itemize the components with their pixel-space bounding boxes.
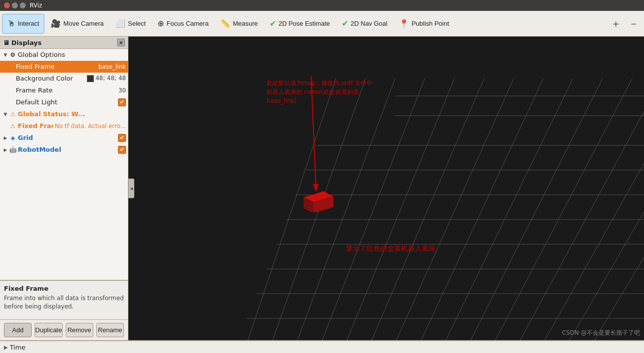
svg-line-7 xyxy=(469,79,603,340)
window-controls[interactable] xyxy=(4,2,26,8)
svg-line-4 xyxy=(395,79,514,340)
add-toolbar-button[interactable]: ＋ xyxy=(607,14,624,33)
displays-icon: 🖥 xyxy=(3,39,9,46)
global-options-label: Global Options xyxy=(18,51,126,58)
time-expand-icon[interactable]: ▶ xyxy=(4,345,8,350)
rename-button[interactable]: Rename xyxy=(96,323,124,337)
description-text: Frame into which all data is transformed… xyxy=(4,294,124,311)
robot-icon: 🤖 xyxy=(9,146,17,154)
grid-checkbox-icon[interactable]: ✔ xyxy=(118,134,126,142)
expand-robot-model-icon[interactable]: ▶ xyxy=(2,146,9,153)
app-title: RViz xyxy=(30,2,42,9)
expand-global-options-icon[interactable]: ▼ xyxy=(2,51,9,58)
frame-rate-value: 30 xyxy=(119,87,126,94)
svg-line-11 xyxy=(568,79,644,340)
move-camera-icon: 🎥 xyxy=(51,19,61,28)
remove-toolbar-button[interactable]: － xyxy=(625,14,642,33)
tree-row-background-color[interactable]: Background Color 48; 48; 48 xyxy=(0,73,128,85)
svg-line-9 xyxy=(519,79,644,340)
robot-box-svg xyxy=(299,187,338,212)
focus-camera-button[interactable]: ⊕ Focus Camera xyxy=(152,14,214,34)
time-bar: ▶ Time xyxy=(0,340,644,353)
nav-goal-button[interactable]: ✔ 2D Nav Goal xyxy=(336,14,393,34)
svg-line-8 xyxy=(494,79,632,340)
measure-icon: 📏 xyxy=(220,19,230,28)
title-bar: RViz xyxy=(0,0,644,11)
grid-icon: ◈ xyxy=(9,134,17,142)
robot-checkbox-icon[interactable]: ✔ xyxy=(118,146,126,154)
svg-line-2 xyxy=(346,79,454,340)
displays-title: 🖥 Displays xyxy=(3,39,41,46)
tree-row-global-status[interactable]: ▼ ⚠ Global Status: W... xyxy=(0,108,128,120)
publish-point-icon: 📍 xyxy=(399,19,409,28)
left-panel: 🖥 Displays ✕ ▼ ⚙ Global Options Fixed Fr… xyxy=(0,37,128,340)
grid-label: Grid xyxy=(18,134,116,141)
pose-estimate-icon: ✔ xyxy=(270,19,276,28)
svg-line-6 xyxy=(444,79,573,340)
minimize-button[interactable] xyxy=(12,2,18,8)
displays-header: 🖥 Displays ✕ xyxy=(0,37,128,49)
buttons-area: Add Duplicate Remove Rename xyxy=(0,319,128,340)
measure-button[interactable]: 📏 Measure xyxy=(215,14,263,34)
default-light-value: ✔ xyxy=(118,98,126,106)
fixed-frame-label: Fixed Frame xyxy=(16,63,96,70)
interact-button[interactable]: 🖱 Interact xyxy=(2,14,44,34)
svg-line-10 xyxy=(543,79,644,340)
description-area: Fixed Frame Frame into which all data is… xyxy=(0,280,128,319)
background-color-value: 48; 48; 48 xyxy=(87,75,126,82)
expand-grid-icon[interactable]: ▶ xyxy=(2,134,9,141)
background-color-label: Background Color xyxy=(16,75,85,82)
grid-svg xyxy=(128,37,644,340)
displays-close-button[interactable]: ✕ xyxy=(117,39,125,46)
select-icon: ⬜ xyxy=(116,19,125,28)
pose-estimate-button[interactable]: ✔ 2D Pose Estimate xyxy=(264,14,335,34)
fixed-frame-status-label: Fixed Frame xyxy=(18,122,53,130)
robot-model-value: ✔ xyxy=(118,146,126,154)
error-icon: ⚠ xyxy=(9,122,17,130)
tree-row-global-options[interactable]: ▼ ⚙ Global Options xyxy=(0,49,128,61)
time-label: Time xyxy=(10,344,26,351)
color-swatch-icon xyxy=(87,75,94,82)
expand-global-status-icon[interactable]: ▼ xyxy=(2,111,9,118)
duplicate-button[interactable]: Duplicate xyxy=(35,323,62,337)
select-button[interactable]: ⬜ Select xyxy=(110,14,151,34)
tree-row-frame-rate[interactable]: Frame Rate 30 xyxy=(0,85,128,96)
maximize-button[interactable] xyxy=(20,2,26,8)
move-camera-button[interactable]: 🎥 Move Camera xyxy=(45,14,109,34)
close-button[interactable] xyxy=(4,2,10,8)
collapse-handle[interactable]: ◀ xyxy=(128,178,134,198)
checkbox-checked-icon[interactable]: ✔ xyxy=(118,98,126,106)
frame-rate-label: Frame Rate xyxy=(16,87,117,94)
tree-row-grid[interactable]: ▶ ◈ Grid ✔ xyxy=(0,132,128,144)
nav-goal-icon: ✔ xyxy=(342,19,348,28)
tree-row-fixed-frame[interactable]: Fixed Frame base_link xyxy=(0,61,128,73)
remove-button[interactable]: Remove xyxy=(66,323,93,337)
gear-icon: ⚙ xyxy=(9,51,17,59)
tree-row-default-light[interactable]: Default Light ✔ xyxy=(0,96,128,108)
watermark: CSDN @不会是要长胳子了吧 xyxy=(562,329,640,337)
robot-model-label: RobotModel xyxy=(18,146,116,153)
global-status-label: Global Status: W... xyxy=(18,110,126,118)
interact-icon: 🖱 xyxy=(7,19,15,28)
tree-row-robot-model[interactable]: ▶ 🤖 RobotModel ✔ xyxy=(0,144,128,156)
viewport[interactable]: 此处默认值为map，修改为 urdf 文件中机器人底座的 name(此处设置的是… xyxy=(128,37,644,340)
grid-value: ✔ xyxy=(118,134,126,142)
publish-point-button[interactable]: 📍 Publish Point xyxy=(394,14,454,34)
main-area: 🖥 Displays ✕ ▼ ⚙ Global Options Fixed Fr… xyxy=(0,37,644,340)
tree-row-fixed-frame-status[interactable]: ⚠ Fixed Frame No tf data. Actual erro... xyxy=(0,120,128,132)
focus-camera-icon: ⊕ xyxy=(158,19,164,28)
toolbar: 🖱 Interact 🎥 Move Camera ⬜ Select ⊕ Focu… xyxy=(0,11,644,37)
tree-area: ▼ ⚙ Global Options Fixed Frame base_link… xyxy=(0,49,128,280)
svg-line-3 xyxy=(370,79,484,340)
warning-icon: ⚠ xyxy=(9,110,17,118)
add-button[interactable]: Add xyxy=(4,323,32,337)
fixed-frame-value: base_link xyxy=(98,63,126,70)
default-light-label: Default Light xyxy=(16,98,116,106)
description-title: Fixed Frame xyxy=(4,285,124,292)
robot-model-3d xyxy=(299,187,338,214)
fixed-frame-error-value: No tf data. Actual erro... xyxy=(55,123,126,130)
